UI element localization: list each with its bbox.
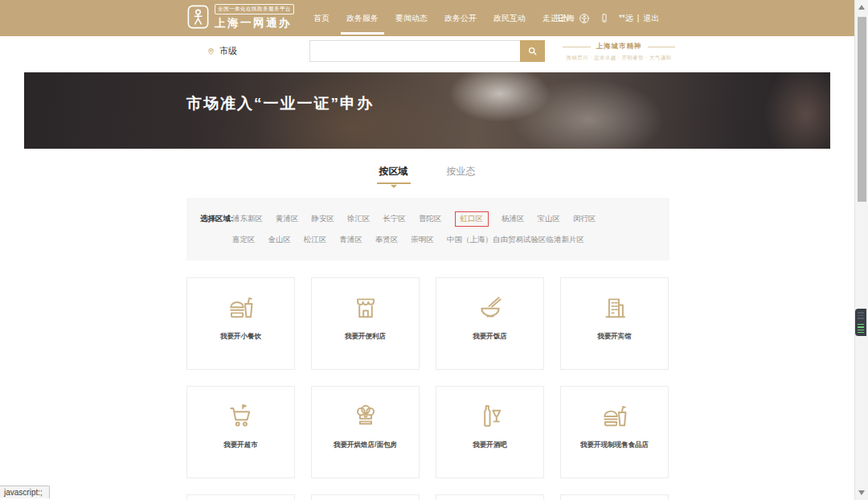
search-bar [309,40,545,62]
service-card[interactable]: 我要开超市 [186,386,295,478]
location-pin-icon [207,46,215,56]
freshfood-icon [601,403,628,430]
site-header: 全国一体化在线政务服务平台 上海一网通办 首页政务服务要闻动态政务公开政民互动走… [0,0,854,36]
city-spirit-block: 上海城市精神 海纳百川 · 追求卓越 · 开明睿智 · 大气谦和 [563,42,675,62]
status-link-hint: javascript:; [0,486,50,498]
district-link[interactable]: 静安区 [312,214,335,224]
store-icon [352,294,379,322]
scroll-up-arrow-icon[interactable] [858,5,865,10]
district-label: 选择区域: [200,214,233,224]
site-title: 上海一网通办 [215,16,294,31]
service-card-peek[interactable] [436,494,544,500]
decorative-line [648,47,676,47]
service-card-peek[interactable] [186,494,295,500]
floating-side-widget[interactable] [855,309,866,336]
service-card-label: 我要开饭店 [473,332,507,342]
service-card[interactable]: 我要开宾馆 [560,277,669,370]
service-card-label: 我要开宾馆 [597,332,632,342]
fastfood-icon [227,294,255,322]
nav-news[interactable]: 要闻动态 [394,0,429,36]
scroll-down-arrow-icon[interactable] [858,490,865,495]
district-link[interactable]: 徐汇区 [347,214,371,224]
hero-banner: 市场准入“一业一证”申办 [24,72,830,149]
page-title: 市场准入“一业一证”申办 [186,93,374,114]
district-link[interactable]: 杨浦区 [502,214,525,224]
header-utility-bar: EN **远 | 退出 [558,0,659,36]
accessibility-icon[interactable] [579,13,590,24]
service-card[interactable]: 我要开酒吧 [436,386,544,478]
district-link[interactable]: 嘉定区 [232,235,256,245]
scrollbar[interactable] [854,0,868,500]
platform-tag: 全国一体化在线政务服务平台 [215,4,294,14]
nav-home[interactable]: 首页 [312,0,331,36]
district-link[interactable]: 中国（上海）自由贸易试验区临港新片区 [447,235,584,245]
district-link[interactable]: 虹口区 [455,211,489,227]
district-link[interactable]: 青浦区 [340,235,363,245]
service-card[interactable]: 我要开小餐饮 [186,277,295,370]
restaurant-icon [477,294,504,322]
service-card[interactable]: 我要开饭店 [436,277,544,370]
next-row-peek [186,494,669,500]
mobile-icon[interactable] [600,12,609,24]
district-link[interactable]: 浦东新区 [232,214,263,224]
district-link[interactable]: 崇明区 [411,235,435,245]
district-link[interactable]: 黄浦区 [276,214,299,224]
tab-by-industry[interactable]: 按业态 [444,165,478,186]
site-logo[interactable]: 全国一体化在线政务服务平台 上海一网通办 [187,4,294,31]
cart-icon [227,403,255,430]
service-cards: 我要开小餐饮 我要开便利店 我要开饭店 我要开宾馆 我要开超市 我要开烘焙店/面… [186,277,669,478]
district-link[interactable]: 普陀区 [419,214,442,224]
service-card-label: 我要开酒吧 [473,441,507,450]
hotel-icon [601,294,628,322]
view-tabs: 按区域按业态 [0,165,854,186]
bar-icon [477,403,504,430]
divider: | [637,14,640,23]
city-spirit-slogan: 海纳百川 · 追求卓越 · 开明睿智 · 大气谦和 [563,55,675,62]
district-link[interactable]: 金山区 [268,235,292,245]
bakery-icon [352,403,379,430]
service-card[interactable]: 我要开现制现售食品店 [560,386,669,478]
district-row: 嘉定区金山区松江区青浦区奉贤区崇明区中国（上海）自由贸易试验区临港新片区 [232,229,665,250]
search-button[interactable] [520,40,545,62]
service-card[interactable]: 我要开烘焙店/面包房 [311,386,420,478]
service-card-label: 我要开超市 [223,441,258,450]
service-card[interactable]: 我要开便利店 [311,277,420,370]
district-row: 浦东新区黄浦区静安区徐汇区长宁区普陀区虹口区杨浦区宝山区闵行区 [232,208,665,229]
city-spirit-title: 上海城市精神 [596,42,642,51]
nav-gov-services[interactable]: 政务服务 [345,0,380,36]
decorative-line [563,47,591,47]
district-link[interactable]: 闵行区 [573,214,596,224]
service-card-peek[interactable] [560,494,669,500]
district-link[interactable]: 奉贤区 [375,235,399,245]
username: **远 [619,13,633,24]
service-card-label: 我要开烘焙店/面包房 [334,441,397,450]
browser-viewport: 全国一体化在线政务服务平台 上海一网通办 首页政务服务要闻动态政务公开政民互动走… [0,0,868,500]
service-card-label: 我要开小餐饮 [220,332,261,342]
region-label: 市级 [219,45,237,57]
nav-gov-info[interactable]: 政务公开 [443,0,478,36]
logo-emblem-icon [187,4,209,31]
service-card-label: 我要开现制现售食品店 [580,441,649,450]
nav-interaction[interactable]: 政民互动 [492,0,527,36]
search-icon [527,46,538,56]
service-card-label: 我要开便利店 [345,332,386,342]
lang-switch[interactable]: EN [558,14,569,23]
scrollbar-thumb[interactable] [858,17,866,202]
district-link[interactable]: 松江区 [304,235,327,245]
district-link[interactable]: 宝山区 [538,214,561,224]
main-nav: 首页政务服务要闻动态政务公开政民互动走进上海 [312,0,576,36]
district-link[interactable]: 长宁区 [383,214,407,224]
tab-by-region[interactable]: 按区域 [377,165,411,186]
region-selector[interactable]: 市级 [207,45,237,57]
logout-link[interactable]: 退出 [643,13,659,24]
district-rows: 浦东新区黄浦区静安区徐汇区长宁区普陀区虹口区杨浦区宝山区闵行区嘉定区金山区松江区… [232,208,665,250]
district-panel: 选择区域: 浦东新区黄浦区静安区徐汇区长宁区普陀区虹口区杨浦区宝山区闵行区嘉定区… [186,198,669,260]
search-input[interactable] [309,40,520,62]
service-card-peek[interactable] [311,494,420,500]
